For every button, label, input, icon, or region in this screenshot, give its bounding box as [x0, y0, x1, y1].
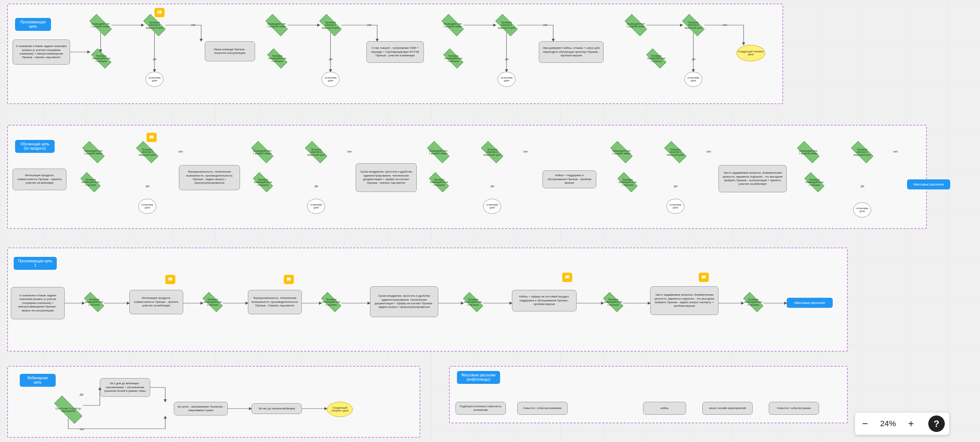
diamond-check-mail[interactable]: Проверка взаимодействия с письмом [744, 296, 763, 309]
edge-no: нет [347, 150, 352, 153]
help-button[interactable]: ? [928, 415, 945, 432]
diamond-check-chain[interactable]: Проверка наличия в акционной цепи [851, 145, 873, 159]
f1-content-4[interactable]: Нам доверяют! кейсы, отзывы + опрос для … [539, 41, 603, 63]
next-element[interactable]: Следующий элемент цепи [737, 45, 765, 61]
f3-content-2[interactable]: Интеграция продукта, совместимость Призы… [129, 290, 183, 314]
f3-content-3[interactable]: Функциональность, технические возможност… [248, 290, 302, 314]
diamond-check-chain[interactable]: Проверка наличия в акционной цепи [320, 18, 341, 32]
frame-mass-mailing[interactable] [449, 366, 848, 423]
diamond-interact-form[interactable]: Взаимодействие с формой заявки [266, 18, 287, 32]
f3-content-5[interactable]: Кейсы + оффер на тестовый продукт, подде… [512, 290, 577, 311]
f1-content-3[interactable]: О нас говорят - популярные СМИ + награды… [366, 41, 424, 63]
circle-stop[interactable]: остановка цепи [853, 202, 871, 217]
frame4-title: Вебинарная цепь [20, 374, 56, 387]
edge-yes-cap: Да [79, 393, 84, 396]
edge-no: нет [178, 150, 184, 153]
diamond-interact-form[interactable]: Взаимодействие с формой заявки [797, 145, 819, 159]
note-icon[interactable] [154, 8, 164, 17]
diamond-check-chain[interactable]: Проверка наличия в акционной цепи [682, 18, 704, 32]
diamond-check-mail[interactable]: Проверка взаимодействия с письмом [84, 296, 104, 309]
next-element[interactable]: Следующий элемент цепи [327, 402, 353, 417]
edge-no: нет [722, 23, 728, 27]
diamond-interact-form[interactable]: Взаимодействие с формой заявки [428, 145, 449, 159]
f2-content-4[interactable]: Кейсы + поддержка и обслуживание Призыв … [542, 170, 597, 189]
note-icon[interactable] [165, 275, 175, 284]
diamond-3days[interactable]: Срок более 3-х дней до мероприятия [54, 402, 83, 418]
diamond-check-mail[interactable]: Проверка взаимодействия с письмом [81, 176, 100, 189]
diamond-check-mail[interactable]: Проверка взаимодействия с письмом [603, 296, 623, 309]
diamond-check-mail[interactable]: Проверка взаимодействия с письмом [463, 296, 483, 309]
circle-stop[interactable]: остановка цепи [321, 72, 339, 87]
diamond-check-chain[interactable]: Проверка наличия в акционной цепи [481, 145, 503, 159]
circle-stop[interactable]: остановка цепи [145, 72, 164, 87]
edge-yes: да [314, 184, 319, 188]
f2-content-3[interactable]: Сроки внедрения, простота и удобство адм… [356, 163, 417, 192]
zoom-in-button[interactable]: + [905, 418, 917, 429]
f3-content-4[interactable]: Сроки внедрения, простота и удобство адм… [370, 286, 438, 317]
diamond-check-mail[interactable]: Проверка взаимодействия с письмом [805, 176, 824, 189]
f2-content-5[interactable]: Часто задаваемые вопросы, Коммерческая ц… [719, 165, 787, 192]
diamond-check-mail[interactable]: Проверка взаимодействия с письмом [618, 176, 637, 189]
f5-card-4[interactable]: анонс онлайн мероприятий [702, 402, 752, 415]
diamond-check-mail[interactable]: Проверка взаимодействия с письмом [647, 52, 666, 65]
f2-content-1[interactable]: Интеграция продукта, совместимость Призы… [13, 169, 67, 190]
diamond-interact-form[interactable]: Взаимодействие с формой заявки [611, 145, 632, 159]
f2-content-2[interactable]: Функциональность, технические возможност… [179, 165, 240, 190]
zoom-level[interactable]: 24% [877, 419, 899, 428]
edge-yes: да [328, 57, 333, 61]
diamond-interact-form[interactable]: Взаимодействие с формой заявки [83, 145, 104, 159]
diamond-check-mail[interactable]: Проверка взаимодействия с письмом [92, 52, 111, 65]
note-icon[interactable] [699, 272, 709, 282]
edge-no: нет [190, 23, 196, 27]
f1-content-1[interactable]: О компании и Какие задачи помогаем решат… [13, 40, 70, 65]
edge-no: нет [79, 428, 85, 431]
note-icon[interactable] [146, 133, 157, 142]
mass-mailing-node[interactable]: Массовые рассылки [907, 179, 950, 189]
edge-no: нет [893, 150, 899, 153]
f5-card-5[interactable]: Новости / события рынка [769, 402, 819, 415]
edge-yes: да [490, 184, 495, 188]
zoom-panel: − 24% + ? [855, 413, 949, 435]
diagram-canvas[interactable]: Прогревающая цепь О компании и Какие зад… [0, 0, 980, 442]
f4-box-1[interactable]: За 3 дня до вебинара - напоминание + обо… [100, 378, 150, 397]
diamond-check-mail[interactable]: Проверка взаимодействия с письмом [203, 296, 223, 309]
diamond-interact-form[interactable]: Взаимодействие с формой заявки [251, 145, 273, 159]
f5-card-2[interactable]: Новости / события компании [517, 402, 568, 415]
f4-box-2[interactable]: За сутки - напоминание Усиление - озвучи… [174, 402, 228, 415]
diamond-check-chain[interactable]: Проверка наличия в акционной цепи [137, 145, 158, 159]
frame2-title: Обучающая цепь (по продукту) [15, 140, 55, 153]
frame3-title: Прогревающая цепь 2 [14, 257, 57, 270]
diamond-check-chain[interactable]: Проверка наличия в акционной цепи [665, 145, 686, 159]
diamond-check-mail[interactable]: Проверка взаимодействия с письмом [267, 52, 287, 65]
mass-mailing-node[interactable]: Массовые рассылки [787, 298, 833, 308]
diamond-interact-form[interactable]: Взаимодействие с формой заявки [625, 18, 647, 32]
f3-content-6[interactable]: Часто задаваемые вопросы, Коммерческая ц… [650, 286, 719, 315]
frame5-title: Массовые рассылки (инфоповоды) [457, 371, 500, 384]
diamond-interact-form[interactable]: Взаимодействие с формой заявки [90, 18, 111, 32]
circle-stop[interactable]: остановка цепи [667, 199, 684, 214]
f4-box-3[interactable]: За час до начала вебинара [251, 403, 302, 414]
diamond-check-mail[interactable]: Проверка взаимодействия с письмом [253, 176, 273, 189]
diamond-check-chain[interactable]: Проверка наличия в акционной цепи [496, 18, 517, 32]
edge-yes: да [691, 57, 696, 61]
edge-no: нет [366, 23, 372, 27]
f5-card-1[interactable]: Подборка полезных советов по интересам [455, 402, 506, 415]
circle-stop[interactable]: остановка цепи [684, 72, 702, 87]
diamond-check-chain[interactable]: Проверка наличия в акционной цепи [305, 145, 327, 159]
f1-content-2[interactable]: Наша команда Призыв - получить консульта… [205, 41, 255, 61]
diamond-check-mail[interactable]: Проверка взаимодействия с письмом [444, 52, 463, 65]
zoom-out-button[interactable]: − [859, 418, 871, 429]
circle-stop[interactable]: остановка цепи [138, 199, 156, 214]
diamond-interact-form[interactable]: Взаимодействие с формой заявки [442, 18, 463, 32]
circle-stop[interactable]: остановка цепи [483, 199, 501, 214]
circle-stop[interactable]: остановка цепи [307, 199, 325, 214]
diamond-check-chain[interactable]: Проверка наличия в акционной цепи [144, 18, 165, 32]
diamond-check-mail[interactable]: Проверка взаимодействия с письмом [429, 176, 449, 189]
circle-stop[interactable]: остановка цепи [498, 72, 515, 87]
f5-card-3[interactable]: кейсы [643, 402, 686, 415]
note-icon[interactable] [284, 275, 294, 284]
edge-yes: да [145, 184, 150, 188]
note-icon[interactable] [562, 272, 572, 282]
diamond-check-mail[interactable]: Проверка взаимодействия с письмом [321, 296, 341, 309]
f3-content-1[interactable]: О компании и Какие задачи помогаем решат… [11, 287, 65, 319]
